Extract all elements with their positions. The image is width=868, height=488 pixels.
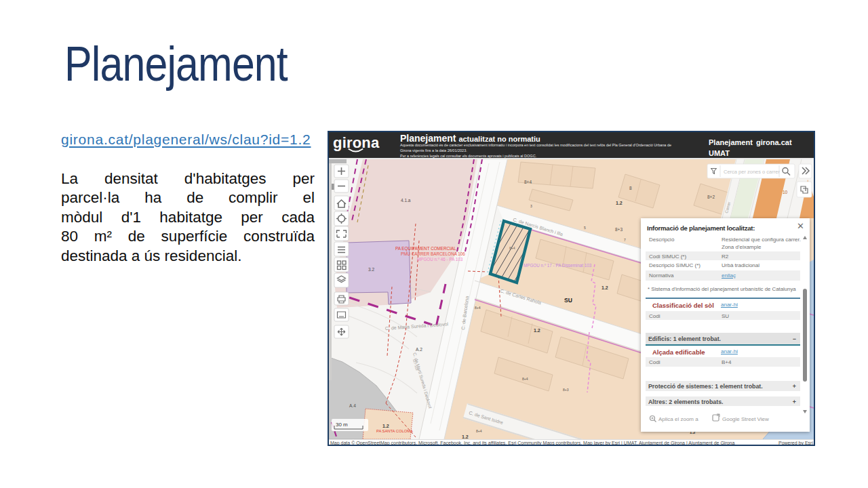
- svg-text:8+4: 8+4: [509, 246, 515, 250]
- svg-text:1.2: 1.2: [601, 285, 608, 290]
- svg-text:8+4: 8+4: [475, 306, 481, 310]
- svg-text:SU: SU: [564, 297, 572, 304]
- svg-text:Google Street View: Google Street View: [722, 416, 769, 422]
- svg-text:3: 3: [530, 204, 532, 208]
- svg-text:3.2: 3.2: [368, 267, 374, 272]
- svg-text:MPGOU n.º 46 - PA 103: MPGOU n.º 46 - PA 103: [417, 257, 463, 262]
- svg-text:PA SANTA COLOMA: PA SANTA COLOMA: [376, 429, 413, 433]
- svg-text:30 m: 30 m: [336, 422, 348, 428]
- svg-text:8+3: 8+3: [615, 227, 623, 232]
- svg-text:1.2: 1.2: [462, 434, 469, 439]
- svg-text:8+3: 8+3: [563, 388, 569, 392]
- svg-text:A.4: A.4: [349, 403, 356, 408]
- svg-text:1.2: 1.2: [382, 424, 389, 428]
- svg-text:5: 5: [584, 226, 586, 230]
- svg-text:10: 10: [783, 190, 788, 195]
- svg-text:8: 8: [629, 186, 632, 190]
- svg-text:1.2: 1.2: [616, 201, 623, 205]
- svg-text:8+4: 8+4: [522, 377, 528, 381]
- svg-text:8+4: 8+4: [524, 180, 532, 184]
- svg-text:MPGOU n.º 17 - PA Disseminat 1: MPGOU n.º 17 - PA Disseminat 103: [524, 263, 592, 268]
- svg-text:Aplica el zoom a: Aplica el zoom a: [658, 416, 698, 422]
- svg-text:7: 7: [624, 238, 626, 242]
- svg-text:Cerca per zones o carrer: Cerca per zones o carrer: [724, 169, 780, 175]
- svg-text:1.2: 1.2: [534, 328, 540, 333]
- svg-text:PMU CARRER BARCELONA 106: PMU CARRER BARCELONA 106: [401, 251, 465, 256]
- svg-text:A.2: A.2: [416, 347, 422, 352]
- svg-text:4.1.a: 4.1.a: [401, 198, 411, 203]
- svg-text:PA EQUIPAMENT COMERCIAL: PA EQUIPAMENT COMERCIAL: [395, 246, 456, 251]
- svg-text:8+4: 8+4: [476, 429, 482, 433]
- svg-text:8+2: 8+2: [707, 195, 715, 199]
